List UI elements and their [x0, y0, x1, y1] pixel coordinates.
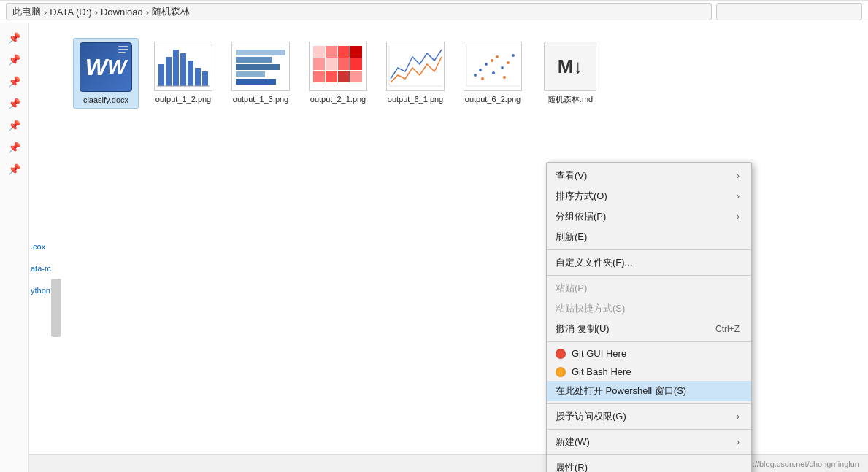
- file-item-claasify[interactable]: W claasify.docx: [73, 38, 139, 109]
- file-item-md[interactable]: M↓ 随机森林.md: [537, 38, 603, 109]
- chart-heatmap-small-svg: [232, 42, 289, 90]
- menu-item-new[interactable]: 新建(W) ›: [547, 432, 751, 452]
- breadcrumb[interactable]: 此电脑 › DATA (D:) › Download › 随机森林: [6, 3, 712, 20]
- search-input[interactable]: [716, 3, 862, 20]
- menu-separator-3: [547, 341, 751, 342]
- file-label-output21: output_2_1.png: [310, 94, 366, 104]
- menu-label-access: 授予访问权限(G): [556, 410, 626, 423]
- svg-point-33: [479, 69, 482, 71]
- svg-point-35: [491, 59, 493, 62]
- svg-rect-17: [326, 46, 337, 58]
- menu-label-powershell: 在此处打开 Powershell 窗口(S): [556, 384, 686, 398]
- svg-rect-3: [173, 50, 179, 86]
- file-icon-output21: [309, 41, 367, 92]
- file-label-output12: output_1_2.png: [155, 94, 211, 104]
- chart-line-svg: [387, 42, 444, 90]
- file-item-output62[interactable]: output_6_2.png: [460, 38, 526, 109]
- menu-item-view[interactable]: 查看(V) ›: [547, 166, 751, 186]
- file-label-md: 随机森林.md: [548, 94, 593, 104]
- svg-rect-22: [338, 58, 350, 70]
- chart-bar-svg: [155, 42, 212, 90]
- menu-item-refresh[interactable]: 刷新(E): [547, 227, 751, 247]
- menu-separator-2: [547, 275, 751, 276]
- menu-item-undo[interactable]: 撤消 复制(U) Ctrl+Z: [547, 319, 751, 339]
- sidebar-pin-4[interactable]: 📌: [6, 95, 23, 112]
- main-container: 📌 📌 📌 📌 📌 📌 📌 .cox ata-rc ython W: [0, 23, 868, 472]
- file-item-output13[interactable]: output_1_3.png: [228, 38, 293, 109]
- menu-item-access[interactable]: 授予访问权限(G) ›: [547, 406, 751, 427]
- git-gui-icon: [556, 349, 566, 359]
- menu-label-git-gui: Git GUI Here: [572, 348, 626, 359]
- file-icon-output61: [386, 41, 445, 92]
- menu-label-new: 新建(W): [556, 436, 590, 449]
- chart-scatter-svg: [464, 42, 521, 90]
- menu-separator-4: [547, 403, 751, 404]
- breadcrumb-pc: 此电脑: [12, 5, 41, 18]
- svg-point-41: [492, 71, 495, 74]
- svg-rect-2: [166, 57, 172, 86]
- svg-rect-18: [338, 46, 350, 58]
- svg-point-38: [507, 61, 510, 64]
- svg-rect-11: [236, 57, 272, 63]
- menu-label-refresh: 刷新(E): [556, 231, 587, 244]
- quick-access-panel: .cox ata-rc ython: [31, 242, 51, 295]
- files-grid: W claasify.docx: [67, 32, 859, 115]
- quick-access-python[interactable]: ython: [31, 286, 51, 295]
- menu-label-customize: 自定义文件夹(F)...: [556, 256, 632, 269]
- svg-point-42: [503, 76, 506, 79]
- quick-access-data[interactable]: ata-rc: [31, 264, 51, 273]
- menu-item-properties[interactable]: 属性(R): [547, 457, 751, 472]
- menu-separator-5: [547, 429, 751, 430]
- file-label-claasify: claasify.docx: [83, 95, 128, 105]
- svg-rect-1: [158, 64, 164, 86]
- file-label-output13: output_1_3.png: [233, 94, 288, 104]
- sidebar-pin-5[interactable]: 📌: [6, 117, 23, 134]
- svg-rect-6: [195, 68, 201, 86]
- svg-rect-16: [313, 46, 325, 58]
- scrollbar-thumb[interactable]: [51, 279, 61, 337]
- menu-item-customize[interactable]: 自定义文件夹(F)...: [547, 252, 751, 273]
- menu-item-paste[interactable]: 粘贴(P): [547, 278, 751, 298]
- menu-item-paste-shortcut[interactable]: 粘贴快捷方式(S): [547, 298, 751, 319]
- menu-arrow-sort: ›: [737, 191, 740, 201]
- menu-item-powershell[interactable]: 在此处打开 Powershell 窗口(S): [547, 381, 751, 401]
- menu-label-undo: 撤消 复制(U): [556, 322, 610, 336]
- menu-label-view: 查看(V): [556, 169, 587, 182]
- git-bash-icon: [556, 367, 566, 377]
- menu-item-git-gui[interactable]: Git GUI Here: [547, 344, 751, 363]
- file-icon-word: W: [77, 42, 135, 93]
- menu-label-group: 分组依据(P): [556, 210, 606, 223]
- sidebar-pin-6[interactable]: 📌: [6, 139, 23, 156]
- svg-rect-7: [202, 71, 208, 86]
- menu-label-properties: 属性(R): [556, 461, 588, 472]
- svg-rect-27: [350, 71, 362, 82]
- menu-shortcut-undo: Ctrl+Z: [715, 324, 740, 334]
- svg-rect-28: [387, 42, 444, 90]
- chart-heatmap-svg: [310, 42, 366, 90]
- menu-item-group[interactable]: 分组依据(P) ›: [547, 206, 751, 227]
- file-item-output61[interactable]: output_6_1.png: [383, 38, 448, 109]
- breadcrumb-drive: DATA (D:): [50, 7, 91, 18]
- menu-arrow-access: ›: [737, 411, 740, 422]
- file-label-output62: output_6_2.png: [465, 94, 521, 104]
- file-icon-output12: [154, 41, 212, 92]
- file-item-output12[interactable]: output_1_2.png: [150, 38, 216, 109]
- svg-rect-25: [326, 71, 337, 82]
- svg-rect-5: [188, 61, 193, 86]
- quick-access-cox[interactable]: .cox: [31, 242, 51, 251]
- file-item-output21[interactable]: output_2_1.png: [305, 38, 371, 109]
- status-url: https://blog.csdn.net/chongminglun: [735, 460, 859, 468]
- svg-point-34: [485, 63, 488, 66]
- svg-rect-13: [236, 71, 265, 77]
- sidebar-pin-3[interactable]: 📌: [6, 73, 23, 90]
- menu-item-sort[interactable]: 排序方式(O) ›: [547, 186, 751, 206]
- svg-point-40: [481, 77, 484, 80]
- file-icon-md: M↓: [541, 41, 599, 92]
- sidebar-pin-2[interactable]: 📌: [6, 51, 23, 69]
- sidebar-pin-7[interactable]: 📌: [6, 160, 23, 178]
- menu-label-git-bash: Git Bash Here: [572, 366, 631, 377]
- svg-rect-19: [350, 46, 362, 58]
- sidebar-pin-1[interactable]: 📌: [6, 29, 23, 47]
- svg-rect-24: [313, 71, 325, 82]
- menu-item-git-bash[interactable]: Git Bash Here: [547, 363, 751, 381]
